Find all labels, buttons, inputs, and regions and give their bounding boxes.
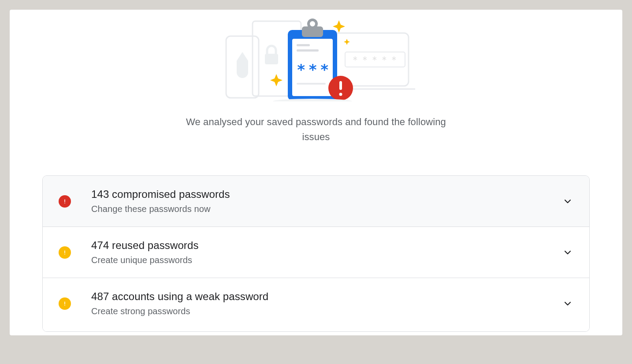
issue-subtitle: Create strong passwords — [91, 306, 562, 316]
issue-row-reused[interactable]: 474 reused passwords Create unique passw… — [43, 227, 589, 278]
chevron-down-icon — [562, 298, 573, 309]
issue-text: 474 reused passwords Create unique passw… — [91, 239, 562, 265]
hero-illustration: ＊＊＊＊＊ — [10, 13, 622, 101]
issue-title: 143 compromised passwords — [91, 188, 562, 201]
password-checkup-panel: ＊＊＊＊＊ — [10, 10, 622, 335]
issue-text: 487 accounts using a weak password Creat… — [91, 290, 562, 316]
summary-text: We analysed your saved passwords and fou… — [175, 115, 457, 145]
svg-rect-4 — [265, 54, 278, 64]
svg-rect-12 — [297, 49, 319, 52]
chevron-down-icon — [562, 247, 573, 258]
issue-subtitle: Change these passwords now — [91, 204, 562, 214]
issue-title: 474 reused passwords — [91, 239, 562, 252]
svg-rect-14 — [297, 83, 326, 85]
svg-text:***: *** — [297, 61, 331, 78]
issue-subtitle: Create unique passwords — [91, 255, 562, 265]
svg-point-9 — [309, 20, 316, 28]
chevron-down-icon — [562, 196, 573, 207]
alert-icon — [59, 195, 71, 208]
issue-text: 143 compromised passwords Change these p… — [91, 188, 562, 214]
svg-rect-16 — [339, 81, 342, 90]
issue-row-weak[interactable]: 487 accounts using a weak password Creat… — [43, 278, 589, 331]
issue-row-compromised[interactable]: 143 compromised passwords Change these p… — [43, 176, 589, 227]
svg-point-17 — [339, 93, 342, 96]
issues-list: 143 compromised passwords Change these p… — [42, 175, 590, 332]
warning-icon — [59, 246, 71, 259]
issue-title: 487 accounts using a weak password — [91, 290, 562, 303]
svg-text:＊＊＊＊＊: ＊＊＊＊＊ — [350, 54, 399, 65]
warning-icon — [59, 297, 71, 310]
svg-rect-11 — [297, 44, 310, 46]
